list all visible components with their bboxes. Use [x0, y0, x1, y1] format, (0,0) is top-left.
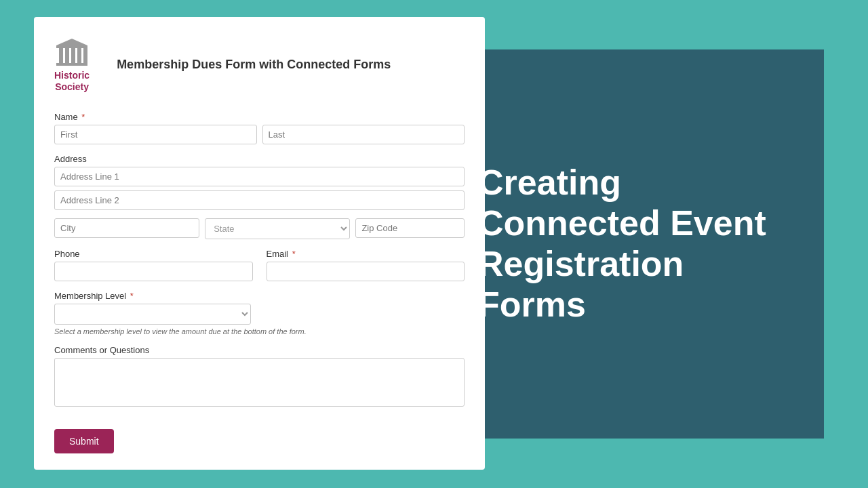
state-field: State: [205, 218, 350, 239]
svg-marker-7: [56, 39, 87, 45]
email-label: Email *: [267, 249, 465, 259]
form-body: Name * Address State: [54, 112, 465, 453]
first-name-input[interactable]: [54, 125, 257, 144]
email-input[interactable]: [267, 262, 465, 281]
last-name-input[interactable]: [262, 125, 465, 144]
phone-label: Phone: [54, 249, 253, 259]
phone-field-group: Phone: [54, 249, 253, 281]
info-panel: Creating Connected Event Registration Fo…: [444, 49, 824, 439]
comments-field-group: Comments or Questions: [54, 345, 465, 409]
svg-rect-1: [59, 48, 63, 63]
logo-area: Historic Society: [54, 37, 90, 93]
svg-rect-4: [77, 48, 81, 63]
email-field-group: Email *: [267, 249, 465, 281]
form-title: Membership Dues Form with Connected Form…: [117, 58, 391, 72]
logo-text: Historic Society: [54, 70, 90, 93]
comments-label: Comments or Questions: [54, 345, 465, 355]
info-panel-text: Creating Connected Event Registration Fo…: [478, 163, 790, 325]
comments-textarea[interactable]: [54, 358, 465, 407]
membership-select[interactable]: [54, 304, 251, 325]
zip-field: [355, 218, 465, 239]
state-select[interactable]: State: [205, 218, 350, 239]
svg-rect-3: [71, 48, 75, 63]
submit-button[interactable]: Submit: [54, 429, 114, 453]
svg-rect-2: [65, 48, 69, 63]
svg-rect-0: [56, 63, 87, 66]
svg-rect-5: [83, 48, 87, 63]
city-field: [54, 218, 199, 239]
name-label: Name *: [54, 112, 465, 122]
address-label: Address: [54, 154, 465, 164]
name-input-row: [54, 125, 465, 144]
address-field-group: Address State: [54, 154, 465, 239]
name-required-marker: *: [79, 112, 85, 122]
phone-input[interactable]: [54, 262, 253, 281]
building-icon: [55, 37, 89, 67]
name-field-group: Name *: [54, 112, 465, 144]
city-input[interactable]: [54, 218, 199, 238]
address-line2-input[interactable]: [54, 190, 465, 210]
email-required-marker: *: [290, 249, 296, 259]
membership-label: Membership Level *: [54, 291, 465, 301]
svg-rect-6: [56, 45, 87, 48]
city-state-zip-row: State: [54, 218, 465, 239]
membership-hint: Select a membership level to view the am…: [54, 327, 465, 336]
address-line1-input[interactable]: [54, 167, 465, 186]
phone-email-row: Phone Email *: [54, 249, 465, 291]
membership-required-marker: *: [127, 291, 134, 301]
form-header: Historic Society Membership Dues Form wi…: [54, 37, 465, 93]
form-card: Historic Society Membership Dues Form wi…: [34, 17, 485, 470]
zip-input[interactable]: [355, 218, 465, 238]
membership-field-group: Membership Level * Select a membership l…: [54, 291, 465, 336]
